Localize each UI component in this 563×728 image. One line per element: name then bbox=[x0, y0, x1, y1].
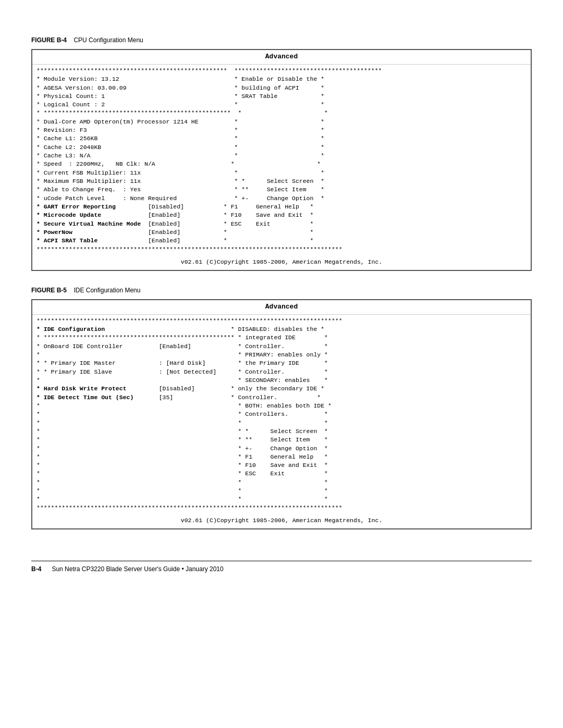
bios-content-ide: ****************************************… bbox=[32, 315, 531, 515]
figure-b5-label: FIGURE B-5 IDE Configuration Menu bbox=[31, 287, 532, 294]
bios-title-ide: Advanced bbox=[32, 300, 531, 315]
bios-footer-cpu: v02.61 (C)Copyright 1985-2006, American … bbox=[32, 256, 531, 270]
bios-title-cpu: Advanced bbox=[32, 50, 531, 65]
bios-screen-ide: Advanced *******************************… bbox=[31, 299, 532, 529]
bios-screen-cpu: Advanced *******************************… bbox=[31, 49, 532, 271]
page-footer: B-4 Sun Netra CP3220 Blade Server User's… bbox=[31, 561, 532, 573]
bios-content-cpu: ****************************************… bbox=[32, 65, 531, 256]
bios-footer-ide: v02.61 (C)Copyright 1985-2006, American … bbox=[32, 514, 531, 528]
figure-b4-label: FIGURE B-4 CPU Configuration Menu bbox=[31, 36, 532, 44]
